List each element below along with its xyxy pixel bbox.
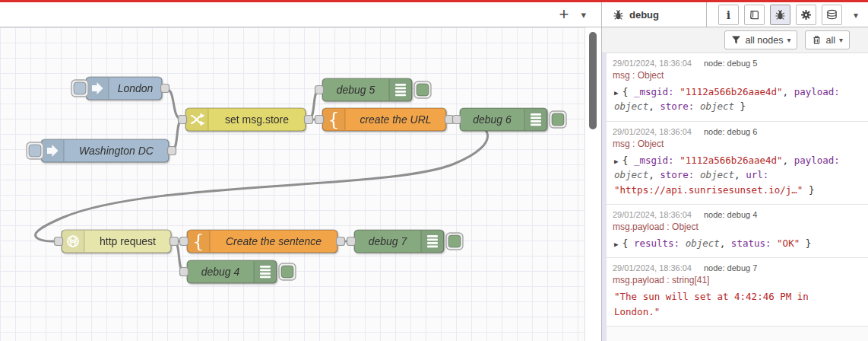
london-node[interactable]: London [86, 77, 162, 100]
sidebar-menu-chevron-down-icon[interactable]: ▾ [854, 10, 858, 21]
node-port[interactable] [179, 116, 187, 124]
tab-debug[interactable]: debug [602, 2, 707, 27]
canvas-scrollbar-track [586, 27, 601, 341]
http-node[interactable]: http request [62, 230, 171, 253]
message-property-path: msg.payload : Object [613, 221, 860, 232]
chevron-down-icon: ▾ [839, 36, 843, 44]
flow-canvas[interactable]: LondonWashington DCset msg.storedebug 5{… [0, 27, 585, 341]
debug-clear-label: all [825, 35, 835, 46]
debug-message-meta: 29/01/2024, 18:36:04node: debug 4 [613, 210, 860, 219]
flow-tabbar: + ▾ [0, 2, 601, 27]
node-label: Washington DC [79, 145, 154, 157]
debug-message[interactable]: 29/01/2024, 18:36:04node: debug 7msg.pay… [607, 258, 868, 327]
debug-clear-button[interactable]: all ▾ [805, 30, 850, 49]
node-port[interactable] [337, 237, 345, 246]
debug-toggle-button[interactable] [279, 263, 296, 280]
message-payload[interactable]: ▶ { results: object, status: "OK" } [613, 236, 860, 250]
debug-message-list[interactable]: 29/01/2024, 18:36:04node: debug 5msg : O… [602, 53, 868, 341]
message-property-path: msg : Object [613, 70, 860, 81]
expand-arrow-icon[interactable]: ▶ [614, 241, 622, 248]
wire[interactable] [172, 120, 182, 151]
message-payload[interactable]: "The sun will set at 4:42:46 PM in Londo… [613, 289, 860, 319]
debug-toggle-button[interactable] [446, 233, 463, 250]
node-red-app: + ▾ LondonWashington DCset msg.storedebu… [0, 0, 868, 341]
funnel-icon [731, 35, 741, 45]
createurl-node[interactable]: {create the URL [322, 108, 446, 131]
debug-toolbar: all nodes ▾ all ▾ [602, 27, 868, 53]
gear-icon[interactable] [796, 5, 816, 25]
database-icon[interactable] [822, 5, 842, 25]
svg-text:{: { [328, 109, 339, 130]
bug-icon[interactable] [770, 5, 790, 25]
sentence-node[interactable]: {Create the sentence [187, 230, 337, 253]
book-icon[interactable] [744, 5, 765, 25]
debug-message[interactable]: 29/01/2024, 18:36:04node: debug 5msg : O… [607, 53, 868, 122]
source-node: node: debug 7 [704, 263, 757, 272]
debug4-node[interactable]: debug 4 [187, 260, 277, 283]
timestamp: 29/01/2024, 18:36:04 [613, 59, 692, 68]
washington-node[interactable]: Washington DC [41, 139, 169, 162]
debug-message[interactable]: 29/01/2024, 18:36:04node: debug 4msg.pay… [607, 205, 868, 258]
node-port[interactable] [347, 237, 356, 246]
timestamp: 29/01/2024, 18:36:04 [613, 127, 692, 136]
node-label: London [118, 82, 154, 94]
node-port[interactable] [170, 237, 179, 246]
debug-filter-label: all nodes [745, 35, 783, 46]
node-port[interactable] [315, 86, 324, 94]
debug-message-meta: 29/01/2024, 18:36:04node: debug 6 [613, 127, 860, 136]
timestamp: 29/01/2024, 18:36:04 [613, 210, 692, 219]
node-port[interactable] [180, 268, 188, 276]
node-label: http request [100, 235, 156, 247]
debug-toggle-button[interactable] [550, 111, 566, 128]
node-label: debug 7 [369, 235, 408, 247]
expand-arrow-icon[interactable]: ▶ [614, 158, 622, 165]
inject-button[interactable] [71, 80, 88, 97]
canvas-vertical-scrollbar[interactable] [589, 32, 597, 129]
inject-button[interactable] [27, 142, 43, 159]
sidebar-tabbar: debug i [602, 2, 868, 27]
node-label: create the URL [360, 113, 431, 126]
node-label: debug 6 [473, 113, 512, 126]
debug-toggle-button[interactable] [414, 81, 431, 98]
trash-icon [812, 35, 822, 45]
node-label: debug 4 [201, 266, 240, 278]
debug7-node[interactable]: debug 7 [354, 230, 444, 253]
tab-debug-label: debug [629, 9, 659, 21]
source-node: node: debug 4 [704, 210, 757, 219]
add-flow-button[interactable]: + [559, 7, 569, 22]
brace-icon: { [192, 231, 204, 252]
node-port[interactable] [180, 237, 188, 246]
debug5-node[interactable]: debug 5 [322, 78, 412, 101]
message-payload[interactable]: ▶ { _msgid: "1112a566b26aae4d", payload:… [613, 153, 860, 197]
node-label: Create the sentence [226, 235, 322, 247]
node-port[interactable] [315, 116, 324, 124]
message-property-path: msg : Object [613, 139, 860, 149]
wire[interactable] [165, 88, 182, 120]
wire[interactable] [36, 120, 488, 241]
debug-message[interactable]: 29/01/2024, 18:36:04node: debug 6msg : O… [607, 122, 868, 205]
info-icon[interactable]: i [718, 5, 739, 25]
source-node: node: debug 6 [704, 127, 757, 136]
node-port[interactable] [305, 116, 313, 124]
set-node[interactable]: set msg.store [185, 108, 306, 131]
node-port[interactable] [453, 116, 461, 124]
node-port[interactable] [55, 237, 63, 246]
svg-text:{: { [192, 231, 204, 252]
sidebar: debug i [602, 2, 868, 341]
debug-filter-button[interactable]: all nodes ▾ [724, 30, 797, 49]
timestamp: 29/01/2024, 18:36:04 [613, 263, 692, 272]
node-port[interactable] [445, 116, 454, 124]
bug-icon [613, 9, 624, 21]
flow-list-chevron-down-icon[interactable]: ▾ [581, 9, 586, 21]
message-payload[interactable]: ▶ { _msgid: "1112a566b26aae4d", payload:… [613, 84, 860, 114]
node-port[interactable] [161, 84, 169, 93]
flow-editor: + ▾ LondonWashington DCset msg.storedebu… [0, 2, 601, 341]
node-port[interactable] [168, 147, 176, 155]
expand-arrow-icon[interactable]: ▶ [614, 89, 622, 97]
brace-icon: { [328, 109, 339, 130]
message-property-path: msg.payload : string[41] [613, 275, 860, 285]
node-label: debug 5 [337, 84, 375, 96]
debug6-node[interactable]: debug 6 [460, 108, 547, 131]
sidebar-icon-buttons: i [718, 5, 858, 25]
source-node: node: debug 5 [704, 59, 757, 68]
